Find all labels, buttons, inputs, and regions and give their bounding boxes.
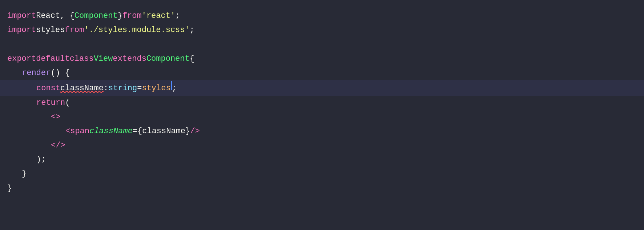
code-line: render () { — [0, 66, 644, 80]
tag-self-close: /> — [190, 125, 200, 138]
kw-from: from — [65, 24, 84, 36]
code-line: <span className={className} /> — [0, 124, 644, 138]
code-line: } — [0, 181, 644, 195]
code-line: export default class View extends Compon… — [0, 52, 644, 66]
kw-return: return — [36, 96, 65, 109]
jsx-fragment-open: <> — [51, 111, 60, 123]
kw-default: default — [36, 52, 69, 65]
code-line-active: const className: string = styles; — [0, 80, 644, 96]
code-editor[interactable]: import React, { Component } from 'react'… — [0, 0, 644, 230]
fn-render: render — [22, 67, 51, 79]
code-line: import React, { Component } from 'react'… — [0, 9, 644, 23]
attr-classname: className — [89, 125, 133, 138]
classname-component: Component — [146, 52, 190, 65]
type-string: string — [108, 82, 137, 95]
attr-value-classname: className — [142, 125, 185, 138]
code-line: import styles from './styles.module.scss… — [0, 23, 644, 37]
var-classname: className — [60, 82, 104, 95]
code-line: } — [0, 167, 644, 181]
string-styles: './styles.module.scss' — [84, 24, 189, 36]
code-line: </> — [0, 138, 644, 152]
kw-import: import — [7, 9, 36, 22]
kw-const: const — [36, 82, 60, 95]
jsx-fragment-close: </> — [51, 139, 65, 152]
code-line: ); — [0, 152, 644, 167]
classname-view: View — [94, 52, 113, 65]
tag-span: span — [70, 125, 89, 138]
styles-ref: styles — [142, 82, 170, 95]
cls-name: Component — [75, 9, 118, 22]
code-line: <> — [0, 110, 644, 124]
kw-export: export — [7, 52, 36, 65]
code-line: return ( — [0, 96, 644, 110]
kw-extends: extends — [113, 52, 146, 65]
kw-from: from — [122, 9, 142, 22]
tag-open-bracket: < — [65, 125, 70, 138]
string-react: 'react' — [142, 9, 175, 22]
kw-class: class — [70, 52, 94, 65]
kw-import: import — [7, 24, 36, 36]
code-line-empty — [0, 37, 644, 51]
